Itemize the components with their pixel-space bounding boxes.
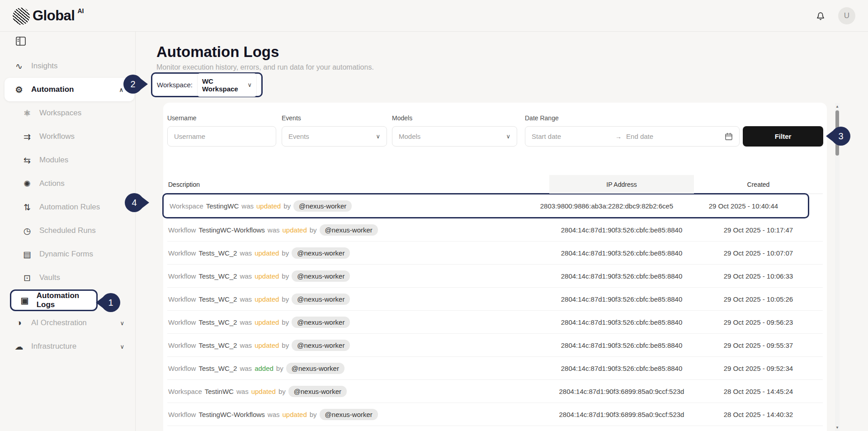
log-created-cell: 29 Oct 2025 - 10:07:07 <box>694 242 823 264</box>
sidebar-item-workflows[interactable]: ⇉ Workflows <box>0 125 135 148</box>
user-badge[interactable]: @nexus-worker <box>292 317 350 328</box>
events-select-value: Events <box>288 133 309 140</box>
sidebar-item-automation-logs[interactable]: ▣ Automation Logs <box>10 289 98 311</box>
log-ip-cell: 2804:14c:87d1:90f3:6899:85a0:9ccf:523d <box>549 380 694 403</box>
connector-was: was <box>240 272 252 280</box>
table-row[interactable]: Workflow Tests_WC_2 was updated by @nexu… <box>167 334 823 357</box>
annotation-badge-4: 4 <box>125 193 149 212</box>
sidebar-item-label: Workspaces <box>39 109 81 118</box>
table-row[interactable]: Workflow Tests_WC_2 was updated by @nexu… <box>167 242 823 265</box>
scheduled-runs-icon: ◷ <box>22 226 33 236</box>
sidebar-item-infrastructure[interactable]: ☁ Infrastructure ∨ <box>0 335 135 358</box>
start-date-input[interactable]: Start date <box>532 133 561 140</box>
automation-rules-icon: ⇅ <box>22 202 33 213</box>
sidebar-toggle-icon[interactable] <box>15 36 26 46</box>
log-created-cell: 29 Oct 2025 - 10:06:33 <box>694 265 823 287</box>
annotation-arrow-icon <box>140 78 148 90</box>
calendar-icon[interactable] <box>725 133 733 141</box>
entity-type: Workflow <box>168 295 196 303</box>
sidebar-item-vaults[interactable]: ⊡ Vaults <box>0 266 135 289</box>
workspaces-icon: ⚛ <box>22 108 33 118</box>
annotation-badge-3: 3 <box>826 127 850 146</box>
log-ip-cell: 2804:14c:87d1:90f3:526:cbfc:be85:8840 <box>549 334 694 356</box>
filter-button[interactable]: Filter <box>743 126 823 147</box>
event-label: added <box>255 365 274 372</box>
scroll-up-arrow-icon[interactable]: ▲ <box>835 104 840 109</box>
sidebar-item-actions[interactable]: ✺ Actions <box>0 172 135 195</box>
annotation-badge-2: 2 <box>123 75 148 94</box>
scroll-down-arrow-icon[interactable]: ▼ <box>835 426 840 430</box>
user-avatar[interactable]: U <box>838 7 855 24</box>
notifications-bell-icon[interactable] <box>815 10 826 22</box>
log-ip-cell: 2804:14c:87d1:90f3:526:cbfc:be85:8840 <box>549 311 694 333</box>
entity-type: Workflow <box>168 318 196 326</box>
sidebar-item-label: Automation <box>31 85 74 94</box>
sidebar-item-automation[interactable]: ⚙ Automation ∧ <box>5 78 134 101</box>
end-date-input[interactable]: End date <box>626 133 653 140</box>
entity-name: Tests_WC_2 <box>198 365 237 372</box>
sidebar-item-insights[interactable]: ∿ Insights <box>0 54 135 78</box>
connector-by: by <box>282 295 289 303</box>
log-ip-cell: 2804:14c:87d1:90f3:526:cbfc:be85:8840 <box>549 357 694 379</box>
connector-by: by <box>310 411 317 418</box>
log-ip-cell: 2804:14c:87d1:90f3:526:cbfc:be85:8840 <box>549 218 694 241</box>
sidebar-item-modules[interactable]: ⇆ Modules <box>0 148 135 172</box>
table-header-row: Description IP Address Created <box>167 175 823 194</box>
table-row[interactable]: Workspace TestinWC was updated by @nexus… <box>167 380 823 403</box>
sidebar-item-automation-rules[interactable]: ⇅ Automation Rules <box>0 195 135 219</box>
connector-by: by <box>276 365 283 372</box>
logs-table: Description IP Address Created Workspace… <box>167 175 823 431</box>
annotation-arrow-icon <box>142 197 149 208</box>
entity-type: Workflow <box>168 249 196 257</box>
connector-was: was <box>240 295 252 303</box>
user-badge[interactable]: @nexus-worker <box>292 340 350 351</box>
workspace-label: Workspace: <box>157 81 193 89</box>
log-description-cell: Workflow TestingWC-Workflows was updated… <box>167 403 549 426</box>
entity-name: Tests_WC_2 <box>198 249 237 257</box>
connector-by: by <box>282 272 289 280</box>
table-row[interactable]: Workflow TestingWC-Workflows was updated… <box>167 218 823 242</box>
user-badge[interactable]: @nexus-worker <box>292 270 350 282</box>
entity-name: TestingWC <box>206 202 239 210</box>
log-created-cell: 29 Oct 2025 - 10:17:47 <box>694 218 823 241</box>
log-created-cell: 29 Oct 2025 - 10:40:44 <box>679 194 808 217</box>
user-badge[interactable]: @nexus-worker <box>292 247 350 259</box>
sidebar-item-dynamic-forms[interactable]: ▤ Dynamic Forms <box>0 242 135 266</box>
connector-by: by <box>310 226 317 234</box>
events-select[interactable]: Events ∨ <box>282 126 387 147</box>
user-badge[interactable]: @nexus-worker <box>320 409 378 420</box>
sidebar-item-ai-orchestration[interactable]: ◑ AI Orchestration ∨ <box>0 311 135 335</box>
user-badge[interactable]: @nexus-worker <box>292 294 350 305</box>
user-badge[interactable]: @nexus-worker <box>286 363 344 374</box>
brand-sphere-icon <box>13 8 30 25</box>
log-description-cell: Workflow Tests_WC_2 was updated by @nexu… <box>167 334 549 356</box>
sidebar-item-label: Vaults <box>39 273 60 282</box>
username-input[interactable]: Username <box>174 133 205 140</box>
user-badge[interactable]: @nexus-worker <box>288 386 347 397</box>
table-row[interactable]: Workflow Tests_WC_2 was added by @nexus-… <box>167 357 823 380</box>
log-ip-cell: 2804:14c:87d1:90f3:6899:85a0:9ccf:523d <box>549 403 694 426</box>
topbar: Global AI U <box>0 0 868 32</box>
table-row[interactable]: Workflow TestingWC-Workflows was updated… <box>167 403 823 426</box>
sidebar-item-workspaces[interactable]: ⚛ Workspaces <box>0 101 135 125</box>
table-row[interactable]: Workspace TestingWC was updated by @nexu… <box>162 193 809 218</box>
workspace-selector: Workspace: WC Workspace ∨ <box>151 72 263 97</box>
table-row[interactable]: Workflow Tests_WC_2 was updated by @nexu… <box>167 311 823 334</box>
sidebar-item-label: Scheduled Runs <box>39 226 96 235</box>
date-range-picker[interactable]: Start date → End date <box>525 126 740 147</box>
topbar-actions: U <box>815 7 855 24</box>
workspace-dropdown[interactable]: WC Workspace ∨ <box>197 73 257 97</box>
vertical-scrollbar[interactable]: ▲ ▼ <box>835 103 840 431</box>
column-header-created: Created <box>747 181 770 188</box>
log-ip-cell: 2804:14c:87d1:90f3:6899:85a0:9ccf:523d <box>549 426 694 431</box>
table-row[interactable]: Workflow TestingWC-Workflows was added b… <box>167 426 823 431</box>
log-description-cell: Workspace TestinWC was updated by @nexus… <box>167 380 549 403</box>
modules-icon: ⇆ <box>22 155 33 166</box>
username-filter-label: Username <box>167 114 197 122</box>
user-badge[interactable]: @nexus-worker <box>293 200 352 212</box>
table-row[interactable]: Workflow Tests_WC_2 was updated by @nexu… <box>167 288 823 311</box>
models-select[interactable]: Models ∨ <box>392 126 517 147</box>
user-badge[interactable]: @nexus-worker <box>320 224 378 236</box>
sidebar-item-scheduled-runs[interactable]: ◷ Scheduled Runs <box>0 219 135 242</box>
table-row[interactable]: Workflow Tests_WC_2 was updated by @nexu… <box>167 265 823 288</box>
